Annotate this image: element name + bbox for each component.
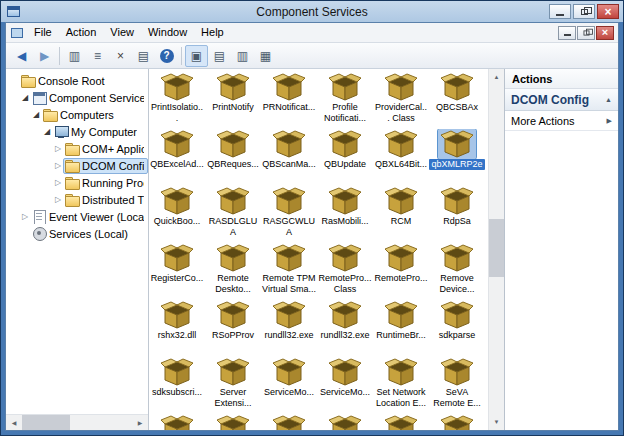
- dcom-component[interactable]: [261, 414, 317, 430]
- expander-icon[interactable]: [53, 174, 63, 191]
- dcom-component[interactable]: PRNotificat...: [261, 72, 317, 129]
- dcom-component[interactable]: qbXMLRP2e: [429, 129, 485, 186]
- tree-item[interactable]: Services (Local): [6, 225, 148, 242]
- dcom-component[interactable]: [149, 414, 205, 430]
- expander-icon[interactable]: [53, 140, 63, 157]
- dcom-component[interactable]: ServiceMo...: [317, 357, 373, 414]
- dcom-component[interactable]: rshx32.dll: [149, 300, 205, 357]
- tree-item[interactable]: Event Viewer (Local): [6, 208, 148, 225]
- minimize-icon: [564, 34, 571, 36]
- scroll-down-icon[interactable]: ▼: [489, 414, 504, 430]
- tree-item[interactable]: Running Processes: [6, 174, 148, 191]
- actions-group-header[interactable]: DCOM Config ▲: [505, 89, 618, 111]
- dcom-component[interactable]: Profile Notificati...: [317, 72, 373, 129]
- scroll-thumb[interactable]: [22, 415, 70, 430]
- list-vertical-scrollbar[interactable]: ▲ ▼: [488, 69, 504, 430]
- properties-icon[interactable]: ▤: [132, 45, 155, 67]
- tree-item[interactable]: COM+ Application...: [6, 140, 148, 157]
- scroll-left-icon[interactable]: ◀: [6, 415, 22, 430]
- menu-item[interactable]: View: [103, 23, 141, 42]
- dcom-component[interactable]: QBXL64Bit...: [373, 129, 429, 186]
- dcom-component[interactable]: Remote Deskto...: [205, 243, 261, 300]
- dcom-component[interactable]: ProviderCal... Class: [373, 72, 429, 129]
- dcom-component[interactable]: QBReques...: [205, 129, 261, 186]
- tree-item[interactable]: Component Services: [6, 89, 148, 106]
- component-label: RegisterCo...: [150, 273, 205, 284]
- component-label: rundll32.exe: [319, 330, 370, 341]
- dcom-component[interactable]: ServiceMo...: [261, 357, 317, 414]
- close-button[interactable]: ×: [597, 4, 619, 19]
- tree-item[interactable]: Computers: [6, 106, 148, 123]
- tree-item[interactable]: DCOM Config: [6, 157, 148, 174]
- expander-icon[interactable]: [31, 106, 41, 123]
- tree-item[interactable]: My Computer: [6, 123, 148, 140]
- forward-icon[interactable]: ▶: [33, 45, 56, 67]
- dcom-component[interactable]: RSoPProv: [205, 300, 261, 357]
- dcom-component[interactable]: Server Extensi...: [205, 357, 261, 414]
- tree-item[interactable]: Console Root: [6, 72, 148, 89]
- dcom-component[interactable]: RdpSa: [429, 186, 485, 243]
- dcom-component[interactable]: RemotePro... Class: [317, 243, 373, 300]
- dcom-component[interactable]: QBCSBAx: [429, 72, 485, 129]
- export-list-icon[interactable]: ≡: [86, 45, 109, 67]
- dcom-component[interactable]: rundll32.exe: [261, 300, 317, 357]
- expander-icon[interactable]: [53, 157, 63, 174]
- menu-item[interactable]: Help: [194, 23, 231, 42]
- component-label: QBXL64Bit...: [374, 159, 428, 170]
- view-list-icon[interactable]: ▥: [231, 45, 254, 67]
- minimize-button[interactable]: [549, 4, 571, 19]
- dcom-component[interactable]: RASGCWLUA: [261, 186, 317, 243]
- dcom-component[interactable]: [205, 414, 261, 430]
- menu-item[interactable]: File: [27, 23, 59, 42]
- more-actions-row[interactable]: More Actions ▶: [505, 111, 618, 131]
- tree-item-label: Services (Local): [49, 228, 128, 240]
- dcom-component[interactable]: RuntimeBr...: [373, 300, 429, 357]
- dcom-component[interactable]: PrintIsolatio...: [149, 72, 205, 129]
- expander-icon[interactable]: [53, 191, 63, 208]
- dcom-component[interactable]: Remote TPM Virtual Sma...: [261, 243, 317, 300]
- scroll-right-icon[interactable]: ▶: [132, 415, 148, 430]
- help-icon[interactable]: ?: [155, 45, 178, 67]
- dcom-component[interactable]: RasMobili...: [317, 186, 373, 243]
- mdi-close-button[interactable]: ×: [596, 26, 614, 40]
- dcom-component[interactable]: [429, 414, 485, 430]
- dcom-component[interactable]: rundll32.exe: [317, 300, 373, 357]
- more-actions-arrow-icon[interactable]: ▶: [607, 117, 612, 125]
- tree-horizontal-scrollbar[interactable]: ◀ ▶: [6, 414, 148, 430]
- dcom-component[interactable]: RegisterCo...: [149, 243, 205, 300]
- dcom-component[interactable]: QBExcelAd...: [149, 129, 205, 186]
- delete-icon[interactable]: ×: [109, 45, 132, 67]
- expander-icon[interactable]: [42, 123, 52, 140]
- expander-icon[interactable]: [20, 208, 30, 225]
- collapse-group-icon[interactable]: ▲: [605, 96, 612, 103]
- dcom-component[interactable]: QuickBoo...: [149, 186, 205, 243]
- view-details-icon[interactable]: ▦: [254, 45, 277, 67]
- dcom-component[interactable]: SeVA Remote E...: [429, 357, 485, 414]
- expander-icon[interactable]: [20, 89, 30, 106]
- dcom-component[interactable]: QBScanMa...: [261, 129, 317, 186]
- dcom-component[interactable]: Remove Device...: [429, 243, 485, 300]
- dcom-component[interactable]: RASDLGLUA: [205, 186, 261, 243]
- restore-button[interactable]: [573, 4, 595, 19]
- view-small-icons-icon[interactable]: ▤: [208, 45, 231, 67]
- dcom-component[interactable]: PrintNotify: [205, 72, 261, 129]
- mdi-minimize-button[interactable]: [558, 26, 576, 40]
- dcom-component[interactable]: RCM: [373, 186, 429, 243]
- show-console-tree-icon[interactable]: ▥: [63, 45, 86, 67]
- scroll-thumb[interactable]: [489, 219, 504, 277]
- dcom-component[interactable]: sdkparse: [429, 300, 485, 357]
- dcom-component[interactable]: Set Network Location E...: [373, 357, 429, 414]
- menu-item[interactable]: Action: [59, 23, 104, 42]
- dcom-component[interactable]: [317, 414, 373, 430]
- mdi-restore-button[interactable]: [577, 26, 595, 40]
- menu-item[interactable]: Window: [141, 23, 194, 42]
- dcom-component[interactable]: sdksubscri...: [149, 357, 205, 414]
- titlebar[interactable]: Component Services ×: [1, 1, 623, 22]
- dcom-component[interactable]: QBUpdate: [317, 129, 373, 186]
- back-icon[interactable]: ◀: [10, 45, 33, 67]
- tree-item[interactable]: Distributed Transa...: [6, 191, 148, 208]
- dcom-component[interactable]: RemotePro...: [373, 243, 429, 300]
- view-large-icons-icon[interactable]: ▣: [185, 45, 208, 67]
- dcom-component[interactable]: [373, 414, 429, 430]
- scroll-up-icon[interactable]: ▲: [489, 69, 504, 85]
